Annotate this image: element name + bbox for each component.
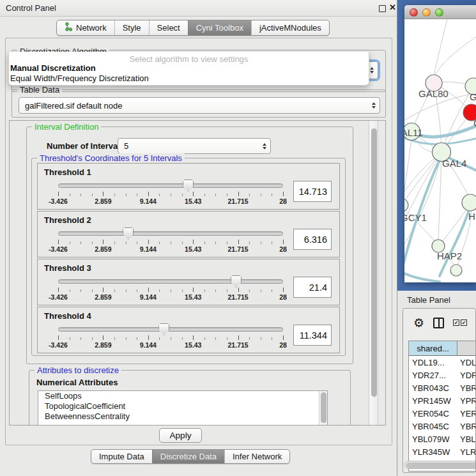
threshold-label: Threshold 4 — [38, 307, 339, 321]
table-data-select[interactable]: galFiltered.sif default node — [19, 97, 380, 114]
tick-mark — [126, 289, 127, 292]
tick-mark — [137, 289, 137, 292]
table-row[interactable]: YDL19...YDL1 — [409, 356, 476, 369]
table-horizontal-scrollbar[interactable] — [404, 461, 476, 469]
table-row[interactable]: YDR27...YDR2 — [409, 369, 476, 381]
node-h[interactable] — [462, 194, 476, 211]
attribute-item-topologicalcoefficient[interactable]: TopologicalCoefficient — [38, 401, 327, 411]
network-canvas[interactable]: GAL80 GA C GAL11 GAL4 GCY1 H HAP2 — [404, 19, 476, 282]
table-row[interactable]: YPR145WYPR1 — [409, 394, 476, 407]
tick-mark — [182, 194, 183, 196]
tick-mark — [182, 242, 183, 244]
tab-style[interactable]: Style — [114, 20, 149, 35]
number-of-intervals-select[interactable]: 5 — [118, 138, 271, 154]
threshold-panels: Threshold 1-3.4262.8599.14415.4321.71528… — [32, 163, 345, 353]
close-traffic-light-icon[interactable] — [410, 8, 418, 17]
cell-shared-name: YBL079W — [409, 434, 457, 444]
slider-track[interactable] — [58, 231, 283, 236]
column-header-na[interactable]: na — [457, 341, 476, 355]
tick-label: 28 — [279, 197, 287, 205]
tick-mark — [238, 192, 239, 196]
slider-thumb[interactable] — [183, 180, 194, 192]
attributes-scrollbar[interactable] — [319, 391, 327, 426]
threshold-slider[interactable]: -3.4262.8599.14415.4321.71528 — [58, 275, 283, 303]
attribute-item-betweennesscentrality[interactable]: BetweennessCentrality — [38, 411, 327, 422]
table-row[interactable]: YLR345WYLR3 — [409, 445, 476, 458]
tab-cyni-toolbox[interactable]: Cyni Toolbox — [188, 20, 251, 35]
tick-mark — [148, 192, 149, 196]
cell-name: YPR1 — [457, 396, 476, 406]
cell-shared-name: YER054C — [409, 409, 457, 418]
scrollbar-thumb[interactable] — [371, 128, 377, 397]
table-row[interactable]: YBR045CYBR0 — [409, 420, 476, 433]
node-label: GA — [470, 91, 476, 102]
network-nodes[interactable] — [404, 75, 476, 276]
slider-track[interactable] — [58, 183, 283, 188]
threshold-slider[interactable]: -3.4262.8599.14415.4321.71528 — [58, 323, 283, 351]
tab-infer-network[interactable]: Infer Network — [224, 450, 289, 463]
checkbox-checked-icon[interactable]: ✔ — [453, 319, 459, 326]
algorithm-dropdown-popup: Select algorithm to view settings Manual… — [8, 52, 369, 86]
checkbox-icons[interactable]: ✔ ✔ — [453, 319, 467, 326]
tick-mark — [114, 242, 115, 244]
zoom-traffic-light-icon[interactable] — [435, 8, 443, 17]
slider-track[interactable] — [58, 327, 283, 332]
slider-thumb[interactable] — [231, 275, 242, 288]
float-window-icon[interactable] — [379, 5, 386, 12]
cell-name: YDL1 — [457, 358, 476, 367]
tick-mark — [249, 194, 250, 196]
combo-stepper-icon — [372, 102, 376, 109]
node-attribute-table[interactable]: shared...na YDL19...YDL1YDR27...YDR2YBR0… — [408, 341, 476, 472]
table-data-group: Table Data galFiltered.sif default node — [12, 89, 386, 118]
node-gcy1[interactable] — [404, 199, 408, 211]
slider-thumb[interactable] — [123, 227, 134, 240]
threshold-slider[interactable]: -3.4262.8599.14415.4321.71528 — [58, 180, 283, 208]
tick-mark — [261, 194, 261, 196]
node-label: GCY1 — [404, 212, 427, 223]
tick-mark — [70, 194, 70, 196]
threshold-value-input[interactable]: 11.344 — [293, 325, 332, 346]
tab-impute-data[interactable]: Impute Data — [91, 450, 152, 463]
table-row[interactable]: YER054CYER0 — [409, 407, 476, 420]
tick-label: 2.859 — [95, 245, 111, 253]
gear-icon[interactable]: ⚙ — [413, 317, 424, 329]
tab-discretize-data[interactable]: Discretize Data — [152, 450, 224, 463]
cell-name: YER0 — [457, 409, 476, 418]
tab-jactivemnodules[interactable]: jActiveMNodules — [251, 20, 329, 35]
slider-track[interactable] — [58, 279, 283, 284]
minimize-traffic-light-icon[interactable] — [422, 8, 431, 17]
algorithm-option-equal-width-frequency-discretization[interactable]: Equal Width/Frequency Discretization — [9, 73, 369, 83]
threshold-value-input[interactable]: 6.316 — [293, 229, 332, 250]
threshold-value-input[interactable]: 21.4 — [293, 277, 332, 298]
apply-button[interactable]: Apply — [159, 428, 202, 443]
tick-mark — [70, 242, 70, 244]
table-row[interactable]: YBL079WYBL0 — [409, 433, 476, 445]
threshold-value-input[interactable]: 14.713 — [293, 181, 332, 202]
algorithm-option-manual-discretization[interactable]: Manual Discretization — [9, 63, 369, 73]
node-partial-bottom[interactable] — [450, 265, 462, 276]
tick-mark — [148, 335, 149, 340]
tab-label: Select — [157, 23, 180, 33]
tick-mark — [92, 289, 93, 292]
slider-thumb[interactable] — [158, 323, 169, 335]
attribute-item-selfloops[interactable]: SelfLoops — [38, 391, 327, 401]
tick-mark — [272, 194, 272, 196]
tab-select[interactable]: Select — [149, 20, 188, 35]
tab-label: jActiveMNodules — [259, 23, 321, 33]
tab-label: Network — [76, 23, 107, 33]
settings-vertical-scrollbar[interactable] — [369, 121, 378, 426]
tick-mark — [193, 240, 194, 244]
checkbox-checked-icon[interactable]: ✔ — [461, 319, 467, 326]
numerical-attributes-list[interactable]: SelfLoopsTopologicalCoefficientBetweenne… — [38, 390, 328, 426]
tick-label: 28 — [279, 341, 287, 349]
close-icon[interactable]: ✕ — [389, 3, 396, 12]
tick-mark — [103, 240, 104, 244]
table-row[interactable]: YBR043CYBR0 — [409, 381, 476, 394]
slider-ticks — [58, 240, 283, 245]
tab-network[interactable]: Network — [57, 20, 114, 35]
tab-label: Infer Network — [233, 452, 282, 461]
column-header-shared-[interactable]: shared... — [409, 341, 457, 355]
scrollbar-thumb[interactable] — [406, 463, 476, 468]
columns-icon[interactable] — [433, 318, 444, 328]
threshold-slider[interactable]: -3.4262.8599.14415.4321.71528 — [58, 227, 283, 256]
